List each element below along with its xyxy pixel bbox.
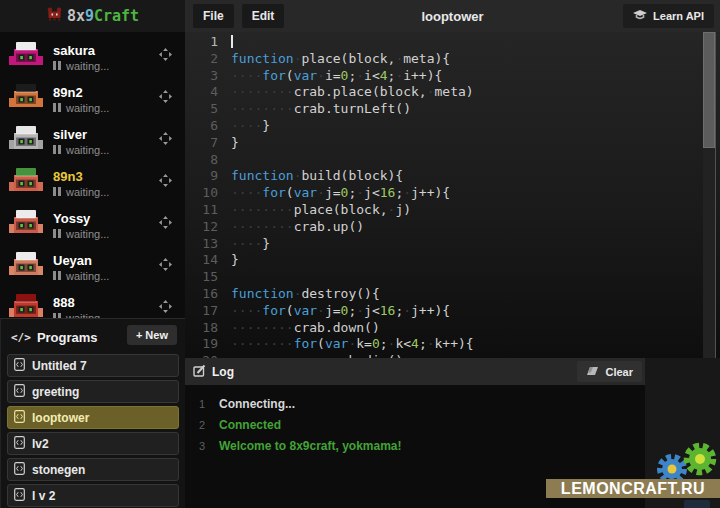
sidebar: sakurawaiting...89n2waiting...silverwait…	[0, 32, 185, 508]
program-item[interactable]: lv2	[7, 432, 179, 455]
player-status-label: waiting...	[66, 228, 109, 240]
move-arrows-icon[interactable]	[159, 257, 172, 275]
line-number: 17	[185, 303, 231, 320]
player-status: waiting...	[53, 60, 109, 72]
program-item[interactable]: l v 2	[7, 484, 179, 507]
code-text: }	[231, 135, 239, 152]
program-file-icon	[14, 462, 25, 478]
program-item-label: lv2	[32, 437, 49, 451]
code-line: 18········crab.down()	[185, 320, 720, 337]
file-menu-button[interactable]: File	[193, 4, 234, 28]
player-name: Ueyan	[53, 253, 109, 268]
crab-logo-icon	[46, 7, 63, 25]
player-row[interactable]: Ueyanwaiting...	[0, 246, 185, 288]
program-file-icon	[14, 488, 25, 504]
edit-menu-button[interactable]: Edit	[242, 4, 285, 28]
code-brackets-icon: </>	[11, 331, 31, 344]
line-number: 14	[185, 252, 231, 269]
new-program-button[interactable]: + New	[127, 325, 177, 345]
program-item[interactable]: greeting	[7, 380, 179, 403]
robot-avatar-icon	[9, 41, 43, 73]
code-text: }	[231, 252, 239, 269]
player-name: 89n3	[53, 169, 109, 184]
code-line: 14}	[185, 252, 720, 269]
move-arrows-icon[interactable]	[159, 47, 172, 65]
program-item-label: looptower	[32, 411, 89, 425]
log-entry: 2Connected	[185, 415, 645, 436]
log-header: Log Clear	[185, 358, 645, 385]
code-text: ····for(var·i=0;·i<4;·i++){	[231, 68, 442, 85]
code-line: 19········for(var·k=0;·k<4;·k++){	[185, 336, 720, 353]
log-line-number: 1	[185, 394, 219, 415]
code-text: ········place(block,·j)	[231, 202, 411, 219]
program-item-label: greeting	[32, 385, 79, 399]
code-line: 17····for(var·j=0;·j<16;·j++){	[185, 303, 720, 320]
move-arrows-icon[interactable]	[159, 89, 172, 107]
editor-scrollbar[interactable]	[703, 32, 716, 358]
robot-avatar-icon	[9, 209, 43, 241]
text-cursor	[231, 35, 233, 48]
player-row[interactable]: 888waiting...	[0, 288, 185, 318]
code-line: 16function·destroy(){	[185, 286, 720, 303]
learn-api-label: Learn API	[653, 10, 704, 22]
program-item[interactable]: looptower	[7, 406, 179, 429]
editor-scrollbar-thumb[interactable]	[703, 32, 715, 148]
code-text: ········crab.place(block,·meta)	[231, 84, 474, 101]
log-entry: 1Connecting...	[185, 394, 645, 415]
player-info: Ueyanwaiting...	[53, 253, 109, 282]
player-list: sakurawaiting...89n2waiting...silverwait…	[0, 32, 185, 318]
code-line: 9function·build(block){	[185, 168, 720, 185]
pause-icon	[53, 187, 61, 196]
code-line: 6····}	[185, 118, 720, 135]
move-arrows-icon[interactable]	[159, 131, 172, 149]
code-text: ········crab.up()	[231, 219, 364, 236]
code-line: 1	[185, 34, 720, 51]
code-line: 3····for(var·i=0;·i<4;·i++){	[185, 68, 720, 85]
move-arrows-icon[interactable]	[159, 173, 172, 191]
program-item-label: l v 2	[32, 489, 55, 503]
player-row[interactable]: 89n3waiting...	[0, 162, 185, 204]
line-number: 9	[185, 168, 231, 185]
robot-avatar-icon	[9, 125, 43, 157]
move-arrows-icon[interactable]	[159, 299, 172, 317]
player-name: 89n2	[53, 85, 109, 100]
player-status: waiting...	[53, 102, 109, 114]
line-number: 8	[185, 152, 231, 169]
program-list: Untitled 7greetinglooptowerlv2stonegenl …	[7, 354, 179, 507]
code-editor[interactable]: 12function·place(block,·meta){3····for(v…	[185, 32, 720, 358]
line-number: 16	[185, 286, 231, 303]
player-row[interactable]: silverwaiting...	[0, 120, 185, 162]
log-message: Welcome to 8x9craft, yokmama!	[219, 436, 402, 457]
player-name: Yossy	[53, 211, 109, 226]
program-file-icon	[14, 384, 25, 400]
log-message: Connected	[219, 415, 281, 436]
player-row[interactable]: sakurawaiting...	[0, 36, 185, 78]
robot-avatar-icon	[9, 251, 43, 283]
code-text: function·build(block){	[231, 168, 403, 185]
program-file-icon	[14, 410, 25, 426]
program-item[interactable]: stonegen	[7, 458, 179, 481]
program-file-icon	[14, 436, 25, 452]
player-row[interactable]: Yossywaiting...	[0, 204, 185, 246]
clear-log-button[interactable]: Clear	[577, 361, 642, 382]
code-line: 4········crab.place(block,·meta)	[185, 84, 720, 101]
player-status: waiting...	[53, 144, 109, 156]
line-number: 12	[185, 219, 231, 236]
code-text: ········crab.down()	[231, 320, 380, 337]
program-item-label: stonegen	[32, 463, 85, 477]
program-item[interactable]: Untitled 7	[7, 354, 179, 377]
line-number: 1	[185, 34, 231, 51]
code-text: ········for(var·k=0;·k<4;·k++){	[231, 336, 474, 353]
line-number: 6	[185, 118, 231, 135]
move-arrows-icon[interactable]	[159, 215, 172, 233]
log-line-number: 2	[185, 415, 219, 436]
learn-api-button[interactable]: Learn API	[623, 4, 714, 28]
code-line: 13····}	[185, 236, 720, 253]
player-status-label: waiting...	[66, 60, 109, 72]
player-status-label: waiting...	[66, 186, 109, 198]
edit-note-icon	[193, 363, 206, 381]
player-status: waiting...	[53, 186, 109, 198]
player-row[interactable]: 89n2waiting...	[0, 78, 185, 120]
clear-log-label: Clear	[605, 366, 633, 378]
code-text: ····}	[231, 118, 270, 135]
